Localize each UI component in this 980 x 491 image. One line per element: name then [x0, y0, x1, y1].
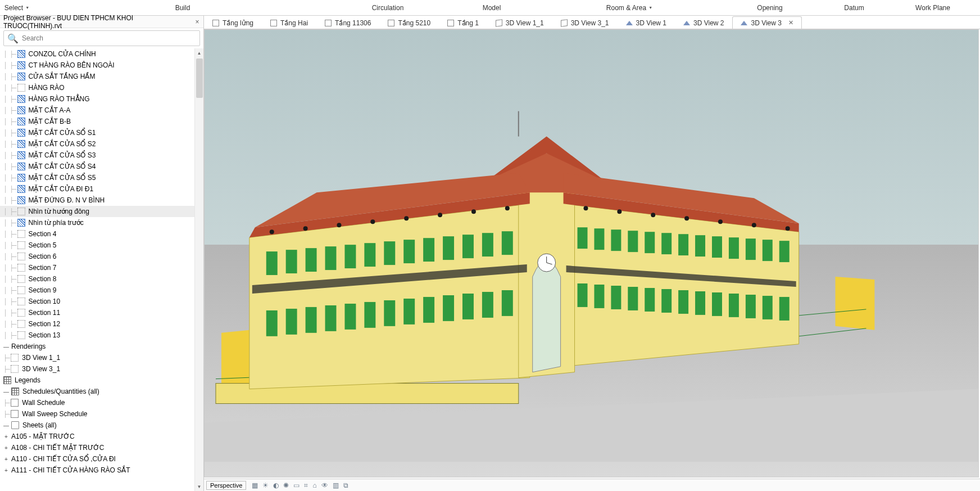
view-tab[interactable]: 3D View 3_1 [552, 16, 618, 29]
view-tab[interactable]: Tầng 1 [439, 16, 487, 29]
svg-rect-66 [695, 291, 705, 315]
scroll-down-icon[interactable]: ▼ [195, 482, 203, 491]
tree-item[interactable]: │ ├─ Nhìn từ phía trước [0, 217, 194, 228]
tree-item[interactable]: +A105 - MẶT TRƯỚC [0, 431, 194, 442]
blue-icon [17, 95, 25, 103]
view-tab[interactable]: Tầng 5210 [379, 16, 439, 29]
view-mode[interactable]: Perspective [206, 481, 246, 490]
tree-item[interactable]: ├─ Wall Sweep Schedule [0, 408, 194, 420]
project-tree[interactable]: │ ├─ CONZOL CỬA CHÍNH│ ├─ CT HÀNG RÀO BÊ… [0, 48, 194, 491]
svg-point-78 [404, 216, 409, 220]
svg-rect-26 [384, 241, 395, 265]
ribbon-build[interactable]: Build [34, 4, 332, 12]
tree-item[interactable]: ├─ Wall Schedule [0, 397, 194, 408]
tree-item[interactable]: │ ├─ Section 9 [0, 285, 194, 296]
unhide-icon[interactable]: ⌂ [312, 481, 316, 489]
ribbon-circulation[interactable]: Circulation [332, 4, 444, 12]
scroll-up-icon[interactable]: ▲ [195, 48, 203, 57]
blue-icon [17, 196, 25, 204]
tree-item-label: Section 11 [29, 309, 61, 317]
crop-icon[interactable]: ▭ [293, 481, 300, 489]
tree-item[interactable]: │ ├─ Section 13 [0, 330, 194, 341]
tab-label: 3D View 3_1 [571, 19, 609, 27]
svg-point-74 [270, 229, 274, 234]
tree-item[interactable]: │ ├─ MẶT CẮT CỬA SỔ S2 [0, 138, 194, 150]
tree-item[interactable]: │ ├─ MẶT CẮT CỬA SỔ S1 [0, 127, 194, 138]
scroll-thumb[interactable] [196, 58, 203, 98]
svg-rect-59 [578, 283, 588, 307]
temporary-hide-icon[interactable]: 👁 [321, 481, 328, 489]
tree-item[interactable]: │ ├─ MẶT CẮT CỬA SỔ S5 [0, 172, 194, 183]
blue-icon [17, 129, 25, 137]
view-tab[interactable]: 3D View 3✕ [732, 16, 801, 29]
view-tab[interactable]: 3D View 2 [675, 16, 732, 29]
tree-item[interactable]: │ ├─ Section 6 [0, 251, 194, 262]
tree-category-schedules[interactable]: —Schedules/Quantities (all) [0, 386, 194, 397]
tree-item[interactable]: │ ├─ MẶT CẮT A-A [0, 105, 194, 116]
worksharing-icon[interactable]: ⧉ [343, 481, 348, 489]
graphic-display-icon[interactable]: ▦ [252, 481, 258, 489]
tree-item[interactable]: │ ├─ Section 11 [0, 307, 194, 318]
view-tab[interactable]: Tầng 11306 [316, 16, 379, 29]
tree-item[interactable]: +A108 - CHI TIẾT MẶT TRƯỚC [0, 442, 194, 453]
tree-scrollbar[interactable]: ▲ ▼ [194, 48, 203, 491]
tree-item[interactable]: │ ├─ Section 8 [0, 273, 194, 285]
tree-item[interactable]: │ ├─ CỬA SẮT TẦNG HẦM [0, 71, 194, 82]
search-input[interactable] [22, 34, 196, 42]
svg-rect-38 [364, 302, 375, 328]
close-icon[interactable]: × [193, 18, 201, 26]
ribbon-work-plane[interactable]: Work Plane [888, 4, 978, 12]
svg-rect-39 [384, 300, 395, 326]
shadows-icon[interactable]: ◐ [273, 481, 279, 489]
svg-point-85 [684, 216, 689, 220]
tree-item[interactable]: │ ├─ CONZOL CỬA CHÍNH [0, 48, 194, 60]
ribbon-datum[interactable]: Datum [820, 4, 888, 12]
tree-item[interactable]: │ ├─ Section 7 [0, 262, 194, 273]
tree-item[interactable]: │ ├─ Nhìn từ hướng đông [0, 206, 194, 217]
tab-label: 3D View 2 [693, 19, 724, 27]
ribbon-opening[interactable]: Opening [719, 4, 820, 12]
svg-rect-36 [325, 305, 337, 331]
tree-item[interactable]: │ ├─ Section 10 [0, 296, 194, 307]
tree-item[interactable]: │ ├─ MẶT CẮT B-B [0, 116, 194, 127]
view-tabs: Tầng lửngTầng HaiTầng 11306Tầng 5210Tầng… [204, 16, 980, 29]
ribbon-room-area[interactable]: Room & Area [539, 4, 719, 12]
crop-region-icon[interactable]: ⌗ [304, 481, 308, 489]
viewport-3d[interactable] [204, 29, 979, 478]
tree-item[interactable]: │ ├─ MẶT CẮT CỬA SỔ S3 [0, 150, 194, 161]
tree-item[interactable]: │ ├─ HÀNG RÀO THẲNG [0, 93, 194, 105]
reveal-icon[interactable]: ▥ [333, 481, 339, 489]
tree-category-sheets[interactable]: —Sheets (all) [0, 420, 194, 431]
view-tab[interactable]: Tầng Hai [262, 16, 316, 29]
tree-item[interactable]: │ ├─ MẶT CẮT CỬA SỔ S4 [0, 161, 194, 172]
svg-rect-31 [482, 233, 493, 256]
search-field[interactable]: 🔍 [3, 30, 200, 46]
tree-category-renderings[interactable]: —Renderings [0, 341, 194, 352]
tab-close-icon[interactable]: ✕ [788, 19, 793, 26]
svg-rect-30 [462, 235, 474, 258]
render-icon[interactable]: ✺ [283, 481, 289, 489]
tree-item[interactable]: │ ├─ HÀNG RÀO [0, 82, 194, 93]
sun-path-icon[interactable]: ☀ [262, 481, 269, 489]
svg-point-80 [471, 209, 476, 214]
view-tab[interactable]: 3D View 1_1 [487, 16, 552, 29]
view-tab[interactable]: Tầng lửng [204, 16, 262, 29]
tree-item-label: Nhìn từ phía trước [29, 219, 84, 227]
tree-item[interactable]: │ ├─ Section 5 [0, 240, 194, 251]
tree-item[interactable]: ├─ 3D View 3_1 [0, 363, 194, 375]
box-icon [17, 320, 25, 328]
tree-item[interactable]: +A111 - CHI TIẾT CỬA HÀNG RÀO SẮT [0, 465, 194, 476]
tree-item[interactable]: │ ├─ MẶT CẮT CỬA ĐI Đ1 [0, 183, 194, 195]
tree-category-legends[interactable]: Legends [0, 375, 194, 386]
svg-rect-60 [594, 285, 604, 308]
tree-item[interactable]: ├─ 3D View 1_1 [0, 352, 194, 363]
svg-point-84 [651, 213, 655, 217]
ribbon-model[interactable]: Model [444, 4, 539, 12]
tree-item[interactable]: │ ├─ Section 12 [0, 318, 194, 330]
view-tab[interactable]: 3D View 1 [618, 16, 675, 29]
ribbon-select[interactable]: Select [0, 4, 34, 12]
tree-item[interactable]: │ ├─ CT HÀNG RÀO BÊN NGOÀI [0, 60, 194, 71]
tree-item[interactable]: +A110 - CHI TIẾT CỬA SỔ ,CỬA ĐI [0, 453, 194, 465]
tree-item[interactable]: │ ├─ Section 4 [0, 228, 194, 240]
tree-item[interactable]: │ ├─ MẶT ĐỨNG Đ. N V BÌNH [0, 195, 194, 206]
